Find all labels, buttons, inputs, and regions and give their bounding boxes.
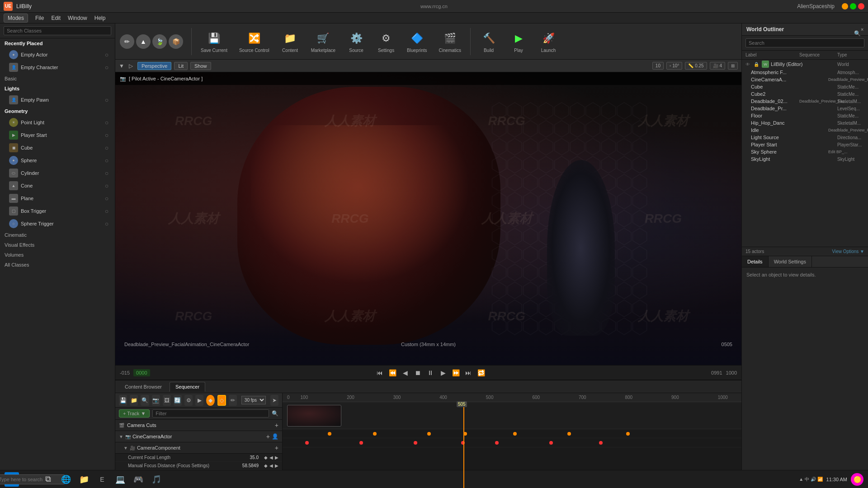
world-settings-tab[interactable]: World Settings [769,256,812,267]
outliner-item-skylight[interactable]: SkyLight SkyLight [742,155,868,163]
outliner-item-floor[interactable]: Floor StaticMe... [742,112,868,119]
step-forward-button[interactable]: ▶ [439,368,448,377]
mode-icon-2[interactable]: ▲ [136,34,151,49]
go-end-button[interactable]: ⏭ [464,368,473,377]
category-geometry[interactable]: Geometry [0,106,115,116]
keyframe-dot[interactable] [414,441,417,445]
keyframe-dot[interactable] [328,432,331,436]
actor-item-cube[interactable]: ◼ Cube ○ [0,141,115,154]
actor-item-cylinder[interactable]: ⬭ Cylinder ○ [0,167,115,179]
menu-edit[interactable]: Edit [51,15,61,21]
category-basic[interactable]: Basic [0,74,115,84]
keyframe-dot[interactable] [305,441,309,445]
details-tab[interactable]: Details [742,256,769,267]
outliner-item-deadblade-pr[interactable]: Deadblade_Pr... LevelSeq... [742,105,868,112]
actor-item-point-light[interactable]: ☀ Point Light ○ [0,116,115,129]
seq-search-button[interactable]: 🔍 [141,395,149,406]
content-button[interactable]: 📁 Content [277,28,304,55]
actor-item-cone[interactable]: ▲ Cone ○ [0,179,115,192]
track-dropdown[interactable]: + Track ▼ [119,409,150,418]
keyframe-dot[interactable] [549,441,553,445]
mode-icon-3[interactable]: 🍃 [152,34,167,49]
viewport[interactable]: RRCG人人素材RRCG人人素材 人人素材RRCG人人素材RRCG RRCG人人… [115,72,741,365]
cam-comp-expand[interactable]: ▼ [123,446,128,450]
category-recently-placed[interactable]: Recently Placed [0,38,115,48]
seq-refresh-button[interactable]: 🔄 [174,395,182,406]
actor-item-empty-pawn[interactable]: 👤 Empty Pawn ○ [0,94,115,106]
stop-button[interactable]: ⏹ [413,368,422,377]
build-button[interactable]: 🔨 Build [475,28,502,55]
focal-prev-key[interactable]: ◀ [269,455,273,460]
mode-icon-4[interactable]: 📦 [169,34,183,49]
settings-button[interactable]: ⚙ Settings [373,28,400,55]
outliner-search-input[interactable] [745,38,864,47]
show-button[interactable]: Show [190,62,211,70]
fps-dropdown[interactable]: 30 fps 24 fps 60 fps [241,396,266,404]
outliner-item-idle[interactable]: Idle Deadblade_Preview_Fac... [742,127,868,134]
cam-comp-add[interactable]: + [275,444,278,451]
go-start-button[interactable]: ⏮ [375,368,384,377]
keyframe-dot[interactable] [513,432,517,436]
outliner-item-sky-sphere[interactable]: Sky Sphere Edit BP_... [742,148,868,155]
keyframe-dot[interactable] [599,441,603,445]
play-button[interactable]: ▶ Play [505,28,532,55]
seq-save-button[interactable]: 💾 [119,395,127,406]
seq-filter-button[interactable]: ⚙ [184,395,193,406]
play-forward-button[interactable]: ⏩ [451,368,460,377]
modes-dropdown[interactable]: Modes [4,14,28,23]
actor-item-empty-character[interactable]: 👤 Empty Character ○ [0,61,115,74]
track-filter-input[interactable] [152,409,269,418]
taskbar-browser[interactable]: 🌐 [59,472,73,487]
focus-keyframe-icon[interactable]: ◆ [264,463,268,468]
camera-cuts-add[interactable]: + [275,422,278,429]
cine-cam-add[interactable]: + [266,433,270,440]
vp-layout[interactable]: ⊞ [728,62,738,70]
outliner-item-deadblade02[interactable]: Deadblade_02... Deadblade_Preview_Fac...… [742,98,868,105]
mode-icon-1[interactable]: ✏ [120,34,134,49]
taskbar-app3[interactable]: 🎵 [149,472,164,487]
menu-file[interactable]: File [35,15,44,21]
focal-next-key[interactable]: ▶ [275,455,278,460]
focal-keyframe-icon[interactable]: ◆ [264,455,268,460]
keyframe-dot[interactable] [359,441,363,445]
category-volumes[interactable]: Volumes [0,250,115,260]
seq-keyframe-button[interactable]: ◆ [206,395,214,406]
track-expand-icon[interactable]: ▼ [119,434,123,439]
lit-button[interactable]: Lit [174,62,188,70]
tab-sequencer[interactable]: Sequencer [170,382,205,392]
track-filter-search-icon[interactable]: 🔍 [272,410,278,417]
loop-button[interactable]: 🔁 [476,368,486,377]
maximize-button[interactable] [850,3,856,9]
keyframe-dot[interactable] [626,432,630,436]
menu-window[interactable]: Window [68,15,87,21]
outliner-item-cinecamera[interactable]: CineCameraA... Deadblade_Preview_Fac... [742,76,868,83]
blueprints-button[interactable]: 🔷 Blueprints [402,28,431,55]
focus-prev-key[interactable]: ◀ [269,463,273,468]
tab-content-browser[interactable]: Content Browser [119,382,168,392]
seq-camera-button[interactable]: 📷 [152,395,160,406]
category-visual-effects[interactable]: Visual Effects [0,240,115,250]
actor-item-sphere[interactable]: ● Sphere ○ [0,154,115,167]
pause-button[interactable]: ⏸ [426,368,435,377]
outliner-item-hiphop[interactable]: Hip_Hop_Danc SkeletalM... [742,119,868,127]
outliner-item-cube2[interactable]: Cube2 StaticMe... [742,90,868,98]
taskbar-search[interactable] [23,472,37,487]
category-all-classes[interactable]: All Classes [0,260,115,270]
outliner-collapse[interactable]: × [861,27,863,32]
taskbar-explorer[interactable]: 📁 [77,472,91,487]
seq-settings-button[interactable]: ➤ [270,395,278,406]
category-lights[interactable]: Lights [0,84,115,94]
source-button[interactable]: ⚙️ Source [343,28,370,55]
keyframe-dot[interactable] [373,432,377,436]
perspective-button[interactable]: Perspective [137,62,171,70]
taskbar-app1[interactable]: 💻 [113,472,127,487]
outliner-item-atmospheric[interactable]: Atmospheric F... Atmosph... [742,69,868,76]
keyframe-dot[interactable] [567,432,571,436]
outliner-item-cube[interactable]: Cube StaticMe... [742,83,868,90]
save-button[interactable]: 💾 Save Current [196,28,232,55]
taskbar-app2[interactable]: 🎮 [131,472,146,487]
keyframe-dot[interactable] [495,441,499,445]
minimize-button[interactable] [842,3,848,9]
close-button[interactable] [858,3,864,9]
outliner-item-lilibilly[interactable]: 👁 🔒 W LilBilly (Editor) World [742,60,868,69]
